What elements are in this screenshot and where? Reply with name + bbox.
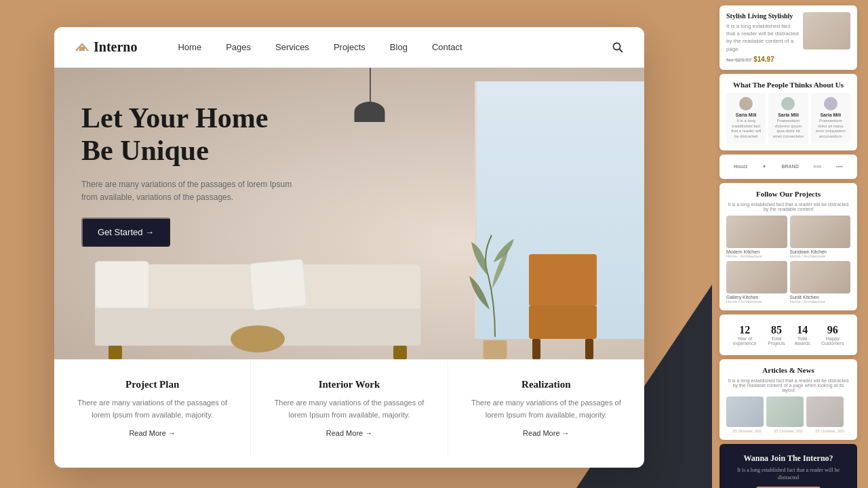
article-dates: 25 October, 202 25 October, 202 25 Octob… <box>726 429 850 433</box>
get-started-button[interactable]: Get Started → <box>81 218 170 247</box>
stylish-card-image <box>803 12 850 49</box>
hero-content: Let Your Home Be Unique There are many v… <box>81 102 298 247</box>
articles-subtitle: It is a long established fact that a rea… <box>726 378 850 392</box>
feature-desc-3: There are many variations of the passage… <box>469 397 624 421</box>
feature-project-plan: Project Plan There are many variations o… <box>54 360 251 456</box>
main-website-preview: Interno Home Pages Services Projects Blo… <box>54 27 644 468</box>
sidebar-stylish-card: Stylish Living Stylishly It is a long es… <box>719 5 857 70</box>
project-img-2 <box>790 216 851 248</box>
stat-label-2: Total Projects <box>763 336 789 346</box>
nav-services[interactable]: Services <box>275 42 309 52</box>
testimonial-text-2: Praesentium dolorem ipsum quia dolor sit… <box>772 119 804 140</box>
stylish-card-desc: It is a long established fact that a rea… <box>726 22 799 53</box>
features-section: Project Plan There are many variations o… <box>54 359 644 456</box>
stat-label-1: Year of experience <box>726 336 763 346</box>
feature-link-3[interactable]: Read More → <box>469 429 624 437</box>
projects-grid: Modern Kitchen Home / Architecture Sundo… <box>726 216 850 304</box>
stats-row: 12 Year of experience 85 Total Projects … <box>726 321 850 348</box>
testimonial-name-2: Saria Mili <box>772 113 804 117</box>
search-icon[interactable] <box>612 41 624 54</box>
testimonial-name-1: Saria Mili <box>730 113 762 117</box>
testimonial-1: Saria Mili It is a long established fact… <box>726 93 766 144</box>
hero-section: Let Your Home Be Unique There are many v… <box>54 68 644 359</box>
project-sub-2: Home / Architecture <box>790 254 851 258</box>
project-caption-3: Gallery Kitchen <box>726 295 787 300</box>
stylish-card-title: Stylish Living Stylishly <box>726 12 799 20</box>
sidebar-brands: Houzz ✦ BRAND ≈≈≈ ▪▪▪▪ <box>719 155 857 179</box>
stat-3: 14 Total Awards <box>790 324 815 346</box>
sidebar-projects: Follow Our Projects It is a long establi… <box>719 183 857 310</box>
project-caption-4: Sunlit Kitchen <box>790 295 851 300</box>
armchair <box>522 258 604 359</box>
logo-text: Interno <box>94 39 137 55</box>
stat-num-1: 12 <box>726 324 763 336</box>
sidebar-join-card: Wanna Join The Interno? It is a long est… <box>719 444 857 488</box>
feature-link-2[interactable]: Read More → <box>271 429 427 437</box>
stat-label-4: Happy Customers <box>815 336 850 346</box>
brand-3: BRAND <box>781 164 798 169</box>
brand-5: ▪▪▪▪ <box>836 164 843 169</box>
project-item-3: Gallery Kitchen Home / Architecture <box>726 261 787 304</box>
testimonial-text-1: It is a long established fact that a rea… <box>730 119 762 140</box>
article-date-2: 25 October, 202 <box>774 429 803 433</box>
project-item-4: Sunlit Kitchen Home / Architecture <box>790 261 851 304</box>
coffee-table <box>231 325 285 352</box>
article-date-3: 25 October, 202 <box>815 429 844 433</box>
join-title: Wanna Join The Interno? <box>726 453 850 464</box>
svg-point-1 <box>614 43 620 49</box>
article-img-3 <box>806 396 844 427</box>
nav-contact[interactable]: Contact <box>432 42 462 52</box>
project-caption-1: Modern Kitchen <box>726 249 787 254</box>
projects-subtitle: It is a long established fact that a rea… <box>726 202 850 211</box>
testimonials-title: What The People Thinks About Us <box>726 81 850 89</box>
feature-desc-1: There are many variations of the passage… <box>75 397 230 421</box>
project-sub-4: Home / Architecture <box>790 300 851 304</box>
hero-subtitle: There are many variations of the passage… <box>81 178 298 204</box>
project-sub-1: Home / Architecture <box>726 254 787 258</box>
hero-title: Let Your Home Be Unique <box>81 102 298 167</box>
article-date-1: 25 October, 202 <box>732 429 762 433</box>
article-img-1 <box>726 396 764 427</box>
testimonials-grid: Saria Mili It is a long established fact… <box>726 93 850 144</box>
avatar-2 <box>781 97 795 110</box>
project-sub-3: Home / Architecture <box>726 300 787 304</box>
nav-home[interactable]: Home <box>178 42 201 52</box>
stat-1: 12 Year of experience <box>726 324 763 346</box>
brand-4: ≈≈≈ <box>814 164 822 169</box>
stat-2: 85 Total Projects <box>763 324 789 346</box>
testimonial-3: Saria Mili Praesentium dolor sit natus e… <box>811 93 850 144</box>
project-img-4 <box>790 261 851 293</box>
stat-num-4: 96 <box>815 324 850 336</box>
logo[interactable]: Interno <box>75 39 137 55</box>
nav-pages[interactable]: Pages <box>226 42 251 52</box>
feature-desc-2: There are many variations of the passage… <box>271 397 427 421</box>
stat-num-3: 14 <box>790 324 815 336</box>
project-item-1: Modern Kitchen Home / Architecture <box>726 216 787 258</box>
feature-link-1[interactable]: Read More → <box>75 429 230 437</box>
feature-interior-work: Interior Work There are many variations … <box>251 360 448 456</box>
sidebar-stats: 12 Year of experience 85 Total Projects … <box>719 314 857 355</box>
article-img-2 <box>766 396 804 427</box>
sidebar-testimonials: What The People Thinks About Us Saria Mi… <box>719 74 857 150</box>
nav-blog[interactable]: Blog <box>390 42 408 52</box>
stylish-card-price: No $23.97 $14.97 <box>726 56 799 63</box>
avatar-1 <box>739 97 753 110</box>
project-caption-2: Sundown Kitchen <box>790 249 851 254</box>
brands-row: Houzz ✦ BRAND ≈≈≈ ▪▪▪▪ <box>726 161 850 172</box>
articles-grid <box>726 396 850 427</box>
navbar: Interno Home Pages Services Projects Blo… <box>54 27 644 68</box>
lamp-decoration <box>349 68 390 136</box>
brand-1: Houzz <box>734 164 748 169</box>
plant-decoration <box>468 224 522 359</box>
brand-2: ✦ <box>762 164 766 169</box>
articles-title: Articles & News <box>726 366 850 374</box>
nav-links: Home Pages Services Projects Blog Contac… <box>178 42 612 52</box>
nav-projects[interactable]: Projects <box>334 42 366 52</box>
avatar-3 <box>824 97 837 110</box>
testimonial-name-3: Saria Mili <box>815 113 846 117</box>
svg-line-2 <box>620 49 623 52</box>
testimonial-text-3: Praesentium dolor sit natus error volupt… <box>815 119 846 140</box>
project-img-3 <box>726 261 787 293</box>
testimonial-2: Saria Mili Praesentium dolorem ipsum qui… <box>768 93 808 144</box>
stat-num-2: 85 <box>763 324 789 336</box>
